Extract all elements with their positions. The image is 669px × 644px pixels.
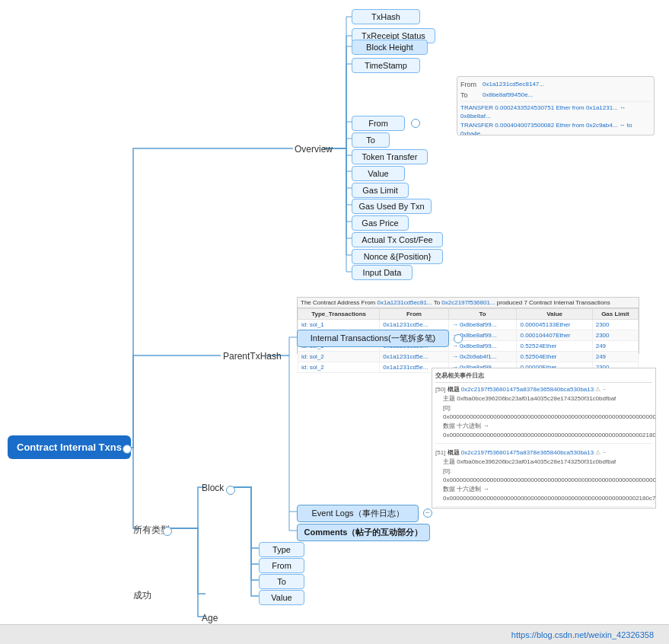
from-expand[interactable]: [411, 119, 420, 128]
node-gas-used[interactable]: Gas Used By Txn: [352, 199, 432, 214]
node-timestamp[interactable]: TimeStamp: [352, 58, 420, 73]
root-expand-indicator[interactable]: [119, 443, 132, 454]
node-block-from[interactable]: From: [259, 558, 304, 573]
mind-map-container: Contract Internal Txns 所有类型 Overview TxH…: [0, 0, 669, 624]
internal-txns-expand[interactable]: [454, 334, 463, 343]
node-block-height[interactable]: Block Height: [352, 40, 428, 55]
table-row: id: sol_20x1a1231cd5e...→ 0x2b9ab4f1...0…: [298, 352, 639, 362]
node-event-logs[interactable]: Event Logs（事件日志）: [297, 505, 419, 522]
footer: https://blog.csdn.net/weixin_42326358: [0, 624, 669, 644]
node-token-transfer[interactable]: Token Transfer: [352, 149, 428, 164]
node-block-value[interactable]: Value: [259, 590, 304, 605]
node-block-to[interactable]: To: [259, 574, 304, 589]
col-type: Type_Transactions: [298, 309, 380, 320]
event-log-50: [50] 概题 0x2c2197f536801475a8378e365840bc…: [435, 385, 652, 444]
category-age: Age: [202, 613, 218, 623]
col-value: Value: [517, 309, 592, 320]
node-to[interactable]: To: [352, 132, 390, 148]
event-logs-collapse[interactable]: −: [423, 509, 432, 518]
node-block-type[interactable]: Type: [259, 542, 304, 557]
event-log-51: [51] 概题 0x2c2197f536801475a8378e365840bc…: [435, 448, 652, 507]
suo-you-lei-xing-indicator[interactable]: [160, 525, 172, 536]
category-overview: Overview: [295, 144, 333, 155]
node-nonce[interactable]: Nonce &{Position}: [352, 249, 443, 264]
category-cheng-gong: 成功: [133, 589, 151, 602]
node-comments[interactable]: Comments（帖子的互动部分）: [297, 524, 430, 541]
root-node[interactable]: Contract Internal Txns: [8, 435, 131, 459]
node-gas-price[interactable]: Gas Price: [352, 215, 409, 231]
node-input-data[interactable]: Input Data: [352, 265, 413, 280]
col-from: From: [380, 309, 448, 320]
from-to-detail-panel: From 0x1a1231cd5ec8147... To 0x8be8af994…: [457, 76, 655, 135]
block-expand[interactable]: [226, 486, 235, 495]
node-actual-tx-cost[interactable]: Actual Tx Cost/Fee: [352, 232, 443, 247]
category-parent-txhash: ParentTxHash: [223, 351, 282, 362]
footer-url[interactable]: https://blog.csdn.net/weixin_42326358: [511, 630, 654, 639]
node-from[interactable]: From: [352, 116, 405, 131]
node-gas-limit[interactable]: Gas Limit: [352, 183, 409, 198]
node-txhash[interactable]: TxHash: [352, 9, 420, 24]
node-internal-txns[interactable]: Internal Transactions(一笔拆多笔): [297, 330, 449, 347]
event-logs-panel: 交易相关事件日志 [50] 概题 0x2c2197f536801475a8378…: [432, 368, 656, 509]
col-gaslimit: Gas Limit: [592, 309, 638, 320]
table-row: id: sol_10x1a1231cd5e...→ 0x8be8af99...0…: [298, 320, 639, 330]
col-to: To: [448, 309, 517, 320]
node-value[interactable]: Value: [352, 166, 405, 181]
category-block: Block: [202, 483, 224, 493]
